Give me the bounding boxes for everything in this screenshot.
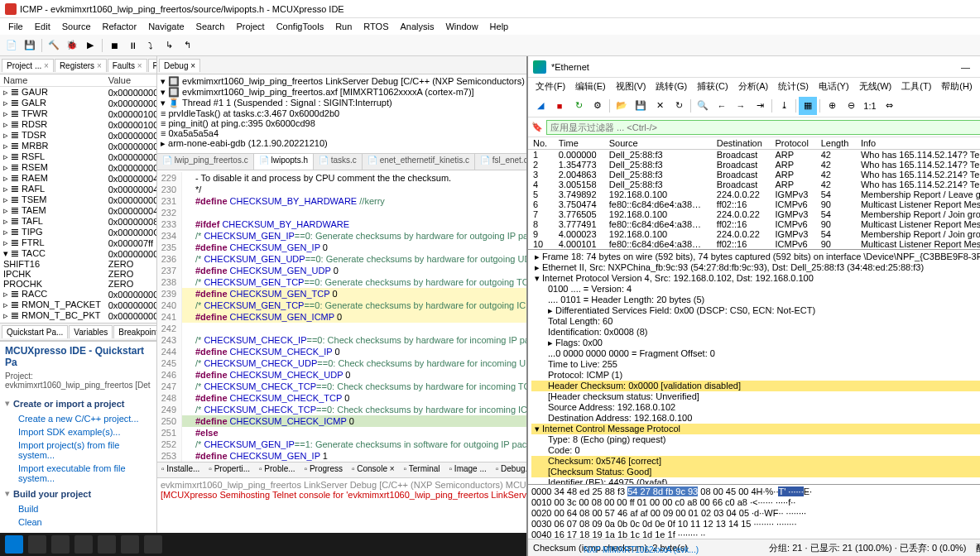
menu-window[interactable]: Window [440,20,483,33]
ws-menu-item[interactable]: 编辑(E) [571,79,610,94]
packet-row[interactable]: 104.000101fe80::6c84:d6e4:a38…ff02::16IC… [528,239,980,249]
menu-analysis[interactable]: Analysis [396,20,440,33]
code-line[interactable]: 240/* CHECKSUM_GEN_TCP==0: Generate chec… [157,300,526,311]
menu-source[interactable]: Source [57,20,96,33]
packet-detail-line[interactable]: Header Checksum: 0x0000 [validation disa… [531,381,980,391]
pkt-col-header[interactable]: No. [528,137,554,150]
ws-hex-dump[interactable]: 0000 34 48 ed 25 88 f3 54 27 8d fb 9c 93… [528,485,980,539]
console-tab[interactable]: ▫ Image ... [445,463,491,477]
hex-line[interactable]: 0030 06 07 08 09 0a 0b 0c 0d 0e 0f 10 11… [531,519,980,530]
register-row[interactable]: ▹ 𝌆 RAFL0x00000004RW0x1 [0,184,156,194]
menu-help[interactable]: Help [485,20,514,33]
console-tab[interactable]: ▫ Console × [348,463,399,477]
register-row[interactable]: ▹ 𝌆 RAEM0x00000004RW0x1 [0,173,156,184]
qs-link[interactable]: Import executable from file system... [0,462,156,485]
ws-menu-item[interactable]: 工具(T) [897,79,935,94]
code-line[interactable]: 242 [157,323,526,334]
ws-menu-item[interactable]: 帮助(H) [937,79,976,94]
debug-stack-line[interactable]: ▸ arm-none-eabi-gdb (12.1.90.20221210) [159,138,525,149]
editor-tab[interactable]: 📄 enet_ethernetif_kinetis.c [363,154,475,170]
debug-button[interactable]: 🐞 [64,37,80,54]
qs-tab[interactable]: Breakpoints [113,325,156,338]
packet-detail-line[interactable]: ▾ Internet Protocol Version 4, Src: 192.… [531,273,980,284]
pkt-col-header[interactable]: Time [554,137,604,150]
code-line[interactable]: 249/* CHECKSUM_CHECK_TCP==0: Check check… [157,404,526,415]
stop-capture-button[interactable]: ■ [550,97,569,115]
register-row[interactable]: ▹ 𝌆 MRBR0x00000000RW0x1 [0,141,156,151]
code-line[interactable]: 235#define CHECKSUM_GEN_IP 0 [157,242,526,253]
colorize-button[interactable]: ▦ [799,97,817,115]
qs-section-header[interactable]: ▾ Build your project [0,485,156,502]
code-line[interactable]: 250#define CHECKSUM_CHECK_ICMP 0 [157,415,526,427]
debug-stack-line[interactable]: ≡ 0xa5a5a5a4 [159,128,525,138]
code-line[interactable]: 234/* CHECKSUM_GEN_IP==0: Generate check… [157,230,526,242]
code-line[interactable]: 251#else [157,427,526,439]
menu-navigate[interactable]: Navigate [143,20,189,33]
packet-detail-line[interactable]: Type: 8 (Echo (ping) request) [531,434,980,445]
menu-refactor[interactable]: Refactor [98,20,142,33]
code-line[interactable]: 248#define CHECKSUM_CHECK_TCP 0 [157,392,526,404]
packet-detail-line[interactable]: Time to Live: 255 [531,359,980,370]
run-button[interactable]: ▶ [82,37,98,54]
packet-row[interactable]: 10.000000Dell_25:88:f3BroadcastARP42Who … [528,150,980,161]
packet-row[interactable]: 53.749892192.168.0.100224.0.0.22IGMPv354… [528,189,980,199]
register-row[interactable]: ▹ 𝌆 TDSR0x00000000RW0x1 [0,130,156,141]
packet-detail-line[interactable]: ▸ Differentiated Services Field: 0x00 (D… [531,305,980,316]
packet-row[interactable]: 73.776505192.168.0.100224.0.0.22IGMPv354… [528,209,980,219]
packet-row[interactable]: 32.004863Dell_25:88:f3BroadcastARP42Who … [528,170,980,180]
register-row[interactable]: ▹ 𝌆 RSEM0x00000000RW0x1 [0,162,156,173]
menu-configtools[interactable]: ConfigTools [271,20,329,33]
packet-row[interactable]: 21.354773Dell_25:88:f3BroadcastARP42Who … [528,160,980,170]
menu-file[interactable]: File [3,20,28,33]
packet-detail-line[interactable]: Identifier (BE): 44975 (0xafaf) [531,477,980,485]
reload-button[interactable]: ↻ [670,97,688,115]
zoom-reset-button[interactable]: 1:1 [861,97,879,115]
hex-line[interactable]: 0020 00 64 08 00 57 46 af af 00 09 00 01… [531,508,980,519]
packet-detail-line[interactable]: Code: 0 [531,445,980,456]
ws-packet-detail[interactable]: ▸ Frame 18: 74 bytes on wire (592 bits),… [528,250,980,485]
register-row[interactable]: PROCHKZERORW[4] [0,279,156,289]
register-row[interactable]: ▹ 𝌆 RMON_T_BC_PKT0x00000000R0x1 [0,310,156,321]
status-profile[interactable]: 配置: Default [976,542,980,554]
next-button[interactable]: → [732,97,750,115]
code-line[interactable]: 239#define CHECKSUM_GEN_TCP 0 [157,288,526,300]
pkt-col-header[interactable]: Length [816,137,856,150]
code-line[interactable]: 244#define CHECKSUM_CHECK_IP 0 [157,346,526,357]
ws-menu-item[interactable]: 文件(F) [531,79,569,94]
debug-stack-line[interactable]: ▾ 🔲 evkmimxrt1060_lwip_ping_freertos Lin… [159,76,525,87]
register-row[interactable]: ▹ 𝌆 GAUR0x00000000RW0x1 [0,87,156,98]
autoscroll-button[interactable]: ⤓ [775,97,793,115]
register-row[interactable]: SHIFT16ZERORW[4] [0,259,156,269]
left-tab[interactable]: Project ... [2,59,54,72]
ws-menu-item[interactable]: 视图(V) [612,79,651,94]
qs-link[interactable]: Import SDK example(s)... [0,425,156,439]
packet-detail-line[interactable]: Total Length: 60 [531,316,980,327]
zoom-in-button[interactable]: ⊕ [823,97,841,115]
packet-row[interactable]: 83.777491fe80::6c84:d6e4:a38…ff02::16ICM… [528,219,980,229]
save-button[interactable]: 💾 [22,37,38,54]
ws-packet-list[interactable]: No.TimeSourceDestinationProtocolLengthIn… [528,137,980,250]
register-row[interactable]: ▹ 𝌆 RMON_T_PACKET0x00000000R0x1 [0,300,156,310]
task-item[interactable] [121,535,139,554]
ws-menu-item[interactable]: 无线(W) [855,79,896,94]
qs-section-header[interactable]: ▾ Create or import a project [0,395,156,412]
hex-line[interactable]: 0040 16 17 18 19 1a 1b 1c 1d 1e 1f ·····… [531,530,980,539]
step-into-button[interactable]: ↳ [161,37,177,54]
code-line[interactable]: 233#ifdef CHECKSUM_BY_HARDWARE [157,218,526,230]
qs-link[interactable]: Clean [0,515,156,529]
register-row[interactable]: ▹ 𝌆 TAEM0x00000004RW0x1 [0,205,156,216]
packet-detail-line[interactable]: [Header checksum status: Unverified] [531,391,980,402]
prev-button[interactable]: ← [713,97,731,115]
register-row[interactable]: ▹ 𝌆 RACC0x00000000RW0x1 [0,289,156,300]
register-row[interactable]: IPCHKZERORW[3] [0,269,156,279]
editor-tab[interactable]: 📄 lwip_ping_freertos.c [157,154,254,170]
pkt-col-header[interactable]: Info [856,137,980,150]
editor-tab[interactable]: 📄 fsl_enet.c [475,154,526,170]
console-tab[interactable]: ▫ Installe... [157,463,204,477]
ws-menu-item[interactable]: 分析(A) [734,79,773,94]
register-row[interactable]: ▾ 𝌆 TACC0x00000000RW0x1 [0,248,156,259]
packet-row[interactable]: 43.005158Dell_25:88:f3BroadcastARP42Who … [528,180,980,189]
packet-detail-line[interactable]: 0100 .... = Version: 4 [531,284,980,295]
ws-menu-item[interactable]: 跳转(G) [651,79,691,94]
step-over-button[interactable]: ⤵ [142,37,159,54]
